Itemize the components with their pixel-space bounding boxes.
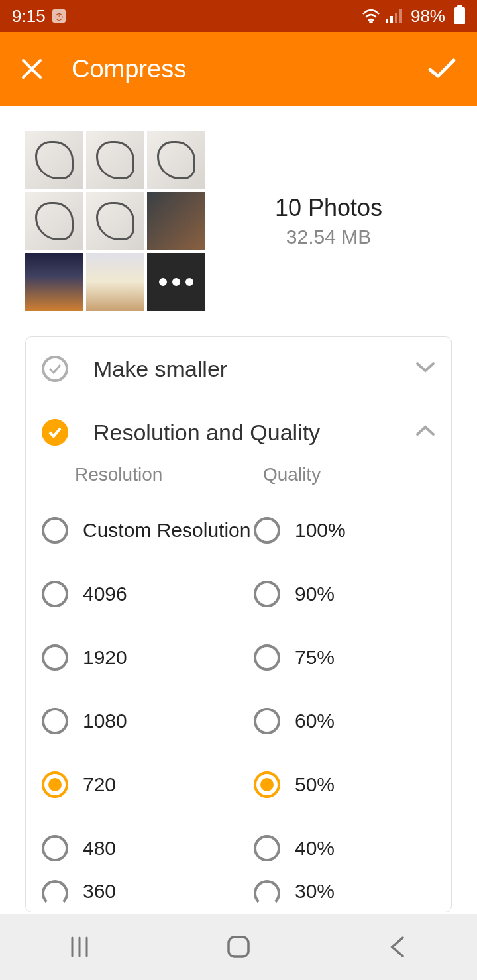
thumbnail[interactable] bbox=[86, 253, 144, 311]
thumbnail[interactable] bbox=[25, 131, 83, 189]
option-label: 30% bbox=[295, 880, 335, 903]
option-row[interactable]: 30% bbox=[251, 880, 447, 906]
more-thumbnail[interactable] bbox=[147, 253, 205, 311]
chevron-down-icon bbox=[415, 362, 435, 376]
thumbnail[interactable] bbox=[25, 253, 83, 311]
option-row[interactable]: Custom Resolution bbox=[39, 499, 251, 562]
radio-icon bbox=[42, 517, 68, 544]
thumbnail[interactable] bbox=[147, 131, 205, 189]
option-label: 720 bbox=[83, 773, 116, 796]
option-row[interactable]: 480 bbox=[39, 816, 251, 880]
section-label: Make smaller bbox=[93, 356, 415, 382]
radio-unchecked-icon bbox=[42, 356, 68, 382]
option-row[interactable]: 90% bbox=[251, 562, 447, 626]
chevron-up-icon bbox=[415, 425, 435, 440]
confirm-button[interactable] bbox=[425, 56, 458, 82]
thumbnail[interactable] bbox=[147, 192, 205, 250]
radio-icon bbox=[42, 644, 68, 671]
photo-thumbnails[interactable] bbox=[25, 131, 205, 311]
option-label: 50% bbox=[295, 773, 335, 796]
svg-rect-3 bbox=[395, 13, 398, 23]
radio-icon bbox=[42, 880, 68, 906]
app-bar: Compress bbox=[0, 32, 477, 106]
option-row[interactable]: 40% bbox=[251, 816, 447, 880]
option-label: 480 bbox=[83, 837, 116, 859]
section-make-smaller[interactable]: Make smaller bbox=[26, 337, 451, 401]
option-label: 100% bbox=[295, 519, 346, 542]
signal-icon bbox=[386, 9, 403, 23]
radio-icon bbox=[254, 835, 280, 861]
svg-rect-1 bbox=[386, 19, 388, 23]
quality-options: 100%90%75%60%50%40%30% bbox=[251, 499, 447, 906]
status-right: 98% bbox=[362, 6, 465, 26]
radio-icon bbox=[254, 581, 280, 607]
home-icon bbox=[226, 934, 251, 959]
status-time: 9:15 bbox=[12, 6, 46, 26]
svg-point-0 bbox=[370, 21, 372, 23]
close-button[interactable] bbox=[19, 56, 45, 82]
option-row[interactable]: 1920 bbox=[39, 626, 251, 689]
radio-icon bbox=[42, 708, 68, 734]
page-title: Compress bbox=[72, 55, 186, 83]
recent-apps-button[interactable] bbox=[26, 927, 132, 967]
option-row[interactable]: 720 bbox=[39, 753, 251, 816]
radio-icon bbox=[254, 708, 280, 734]
back-icon bbox=[390, 935, 405, 959]
option-label: 1920 bbox=[83, 646, 127, 669]
photo-count: 10 Photos bbox=[205, 194, 452, 222]
battery-percentage: 98% bbox=[411, 6, 445, 26]
thumbnail[interactable] bbox=[86, 131, 144, 189]
radio-checked-icon bbox=[42, 419, 68, 446]
back-button[interactable] bbox=[344, 927, 450, 967]
option-label: 40% bbox=[295, 837, 335, 859]
svg-rect-4 bbox=[399, 9, 402, 23]
thumbnail[interactable] bbox=[25, 192, 83, 250]
option-row[interactable]: 100% bbox=[251, 499, 447, 562]
option-label: 90% bbox=[295, 583, 335, 605]
check-icon bbox=[427, 58, 456, 80]
summary-row: 10 Photos 32.54 MB bbox=[0, 106, 477, 336]
status-bar: 9:15 ◷ 98% bbox=[0, 0, 477, 32]
home-button[interactable] bbox=[186, 927, 292, 967]
option-row[interactable]: 50% bbox=[251, 753, 447, 816]
option-row[interactable]: 4096 bbox=[39, 562, 251, 626]
option-label: 75% bbox=[295, 646, 335, 669]
option-label: 60% bbox=[295, 710, 335, 732]
option-row[interactable]: 60% bbox=[251, 689, 447, 753]
resolution-header: Resolution bbox=[42, 464, 263, 485]
total-size: 32.54 MB bbox=[205, 226, 452, 248]
section-label: Resolution and Quality bbox=[93, 420, 415, 446]
option-label: 360 bbox=[83, 880, 116, 903]
radio-icon bbox=[254, 517, 280, 544]
quality-header: Quality bbox=[263, 464, 435, 485]
option-row[interactable]: 75% bbox=[251, 626, 447, 689]
option-label: 1080 bbox=[83, 710, 127, 732]
thumbnail[interactable] bbox=[86, 192, 144, 250]
options-card: Make smaller Resolution and Quality Reso… bbox=[25, 336, 452, 912]
radio-icon bbox=[42, 581, 68, 607]
alarm-icon: ◷ bbox=[52, 9, 66, 23]
option-label: 4096 bbox=[83, 583, 127, 605]
svg-rect-2 bbox=[390, 16, 393, 23]
radio-icon bbox=[42, 835, 68, 861]
more-icon bbox=[159, 278, 193, 286]
radio-selected-icon bbox=[42, 771, 68, 798]
close-icon bbox=[21, 58, 43, 80]
section-resolution-quality[interactable]: Resolution and Quality bbox=[26, 401, 451, 464]
option-label: Custom Resolution bbox=[83, 519, 250, 542]
wifi-icon bbox=[362, 9, 380, 23]
option-row[interactable]: 1080 bbox=[39, 689, 251, 753]
column-headers: Resolution Quality bbox=[26, 464, 451, 499]
battery-icon bbox=[454, 7, 465, 24]
svg-rect-10 bbox=[229, 937, 248, 957]
option-row[interactable]: 360 bbox=[39, 880, 251, 906]
recent-icon bbox=[68, 935, 91, 959]
radio-icon bbox=[254, 880, 280, 906]
navigation-bar bbox=[0, 914, 477, 980]
radio-selected-icon bbox=[254, 771, 280, 798]
radio-icon bbox=[254, 644, 280, 671]
resolution-options: Custom Resolution409619201080720480360 bbox=[30, 499, 251, 906]
